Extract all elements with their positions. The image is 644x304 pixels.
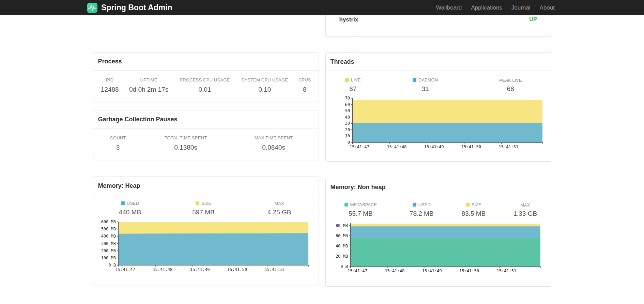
- threads-chart: 01020304050607015:41:4715:41:4815:41:491…: [326, 96, 551, 154]
- metric-label: CPUS: [298, 77, 312, 83]
- legend-label: MAX: [275, 201, 284, 207]
- process-metrics: PID 12488 UPTIME 0d 0h 2m 17s PROCESS CP…: [96, 77, 316, 94]
- svg-text:40 MB: 40 MB: [335, 244, 348, 248]
- legend-swatch-used: [413, 203, 416, 207]
- svg-text:0 B: 0 B: [340, 264, 348, 269]
- svg-text:15:41:47: 15:41:47: [348, 269, 367, 273]
- svg-text:15:41:51: 15:41:51: [499, 145, 518, 149]
- svg-text:50: 50: [345, 108, 350, 113]
- metric-cpus: CPUS 8: [294, 77, 316, 94]
- legend-swatch-live: [345, 78, 349, 82]
- brand-link[interactable]: Spring Boot Admin: [87, 3, 172, 13]
- svg-text:15:41:48: 15:41:48: [385, 269, 404, 273]
- gc-metrics: COUNT 3 TOTAL TIME SPENT 0.1380s MAX TIM…: [96, 135, 316, 152]
- svg-text:20 MB: 20 MB: [335, 254, 348, 259]
- legend-item-size: SIZE 597 MB: [167, 200, 240, 216]
- memory-nonheap-chart: 0 B20 MB40 MB60 MB80 MB15:41:4715:41:481…: [326, 221, 551, 278]
- memory-heap-legend: USED 440 MB SIZE 597 MB MAX 4.25 GB: [93, 200, 319, 216]
- svg-text:15:41:50: 15:41:50: [459, 269, 479, 273]
- top-navbar: Spring Boot Admin Wallboard Applications…: [0, 0, 644, 15]
- nav-link-about[interactable]: About: [540, 0, 555, 15]
- nav-link-applications[interactable]: Applications: [471, 0, 502, 15]
- right-column: hystrix UP Threads LIVE 67 DAEMON 31: [325, 15, 551, 287]
- memory-heap-panel-title: Memory: Heap: [93, 177, 319, 195]
- metric-system-cpu: SYSTEM CPU USAGE 0.10: [236, 77, 294, 94]
- gc-panel-title: Garbage Collection Pauses: [93, 110, 319, 128]
- svg-text:200 MB: 200 MB: [101, 248, 116, 253]
- legend-item-metaspace: METASPACE 55.7 MB: [326, 202, 396, 217]
- svg-text:60: 60: [345, 102, 350, 107]
- svg-text:80 MB: 80 MB: [335, 223, 348, 228]
- svg-text:15:41:48: 15:41:48: [153, 267, 172, 272]
- legend-value: 67: [326, 85, 381, 93]
- legend-item-live: LIVE 67: [326, 77, 381, 93]
- legend-swatch-metaspace: [344, 203, 348, 207]
- process-panel: Process PID 12488 UPTIME 0d 0h 2m 17s PR…: [93, 52, 319, 102]
- gc-pauses-panel: Garbage Collection Pauses COUNT 3 TOTAL …: [93, 110, 319, 160]
- legend-value: 83.5 MB: [448, 210, 500, 217]
- legend-item-size: SIZE 83.5 MB: [448, 202, 500, 217]
- metric-pid: PID 12488: [96, 77, 124, 94]
- memory-nonheap-panel: Memory: Non heap METASPACE 55.7 MB USED …: [325, 178, 551, 287]
- svg-text:15:41:48: 15:41:48: [387, 145, 407, 149]
- metric-value: 0.1380s: [144, 143, 227, 152]
- metric-label: UPTIME: [128, 77, 170, 83]
- metric-value: 3: [100, 143, 136, 152]
- svg-text:10: 10: [345, 134, 350, 138]
- svg-text:400 MB: 400 MB: [101, 234, 116, 239]
- navbar-links: Wallboard Applications Journal About: [436, 0, 557, 15]
- legend-swatch-size: [196, 201, 199, 205]
- legend-label: SIZE: [472, 202, 481, 208]
- metric-uptime: UPTIME 0d 0h 2m 17s: [124, 77, 174, 94]
- legend-item-used: USED 440 MB: [93, 200, 167, 216]
- metric-value: 8: [298, 86, 312, 94]
- memory-heap-panel: Memory: Heap USED 440 MB SIZE 597 MB MAX…: [93, 177, 319, 285]
- svg-text:300 MB: 300 MB: [101, 241, 116, 246]
- legend-value: 78.2 MB: [396, 210, 448, 217]
- svg-text:30: 30: [345, 121, 350, 126]
- navbar-inner: Spring Boot Admin Wallboard Applications…: [87, 0, 557, 15]
- nav-link-journal[interactable]: Journal: [511, 0, 531, 15]
- metric-label: SYSTEM CPU USAGE: [240, 77, 290, 83]
- metric-label: MAX TIME SPENT: [236, 135, 312, 141]
- metric-process-cpu: PROCESS CPU USAGE 0.01: [174, 77, 235, 94]
- legend-item-peak-live: PEAK LIVE 68: [470, 77, 551, 93]
- nav-link-wallboard[interactable]: Wallboard: [436, 0, 462, 15]
- metric-value: 12488: [100, 86, 120, 94]
- legend-item-max: MAX 1.33 GB: [500, 202, 551, 217]
- metric-value: 0.10: [240, 86, 290, 94]
- legend-value: 440 MB: [93, 209, 167, 216]
- threads-panel-body: LIVE 67 DAEMON 31 PEAK LIVE 68 010203040…: [326, 71, 551, 161]
- metric-value: 0.01: [178, 86, 231, 94]
- threads-legend: LIVE 67 DAEMON 31 PEAK LIVE 68: [326, 77, 551, 93]
- legend-item-used: USED 78.2 MB: [396, 202, 448, 217]
- legend-value: 1.33 GB: [500, 210, 551, 217]
- application-name-link[interactable]: hystrix: [339, 16, 358, 23]
- legend-label: SIZE: [201, 201, 211, 206]
- svg-text:600 MB: 600 MB: [101, 219, 116, 224]
- gc-panel-body: COUNT 3 TOTAL TIME SPENT 0.1380s MAX TIM…: [93, 128, 319, 160]
- legend-swatch-size: [466, 203, 470, 207]
- svg-text:15:41:47: 15:41:47: [116, 267, 135, 272]
- legend-value: 31: [380, 85, 470, 93]
- metric-label: PID: [100, 77, 120, 83]
- svg-text:15:41:51: 15:41:51: [264, 267, 284, 272]
- metric-label: COUNT: [100, 135, 136, 141]
- metric-label: TOTAL TIME SPENT: [144, 135, 227, 141]
- threads-panel-title: Threads: [326, 53, 551, 71]
- process-panel-title: Process: [93, 52, 319, 71]
- main-content: Process PID 12488 UPTIME 0d 0h 2m 17s PR…: [93, 15, 551, 287]
- threads-panel: Threads LIVE 67 DAEMON 31 PEAK LIVE 68: [325, 52, 551, 162]
- left-column: Process PID 12488 UPTIME 0d 0h 2m 17s PR…: [93, 15, 319, 285]
- svg-text:0: 0: [347, 140, 350, 145]
- application-row[interactable]: hystrix UP: [339, 16, 537, 27]
- metric-value: 0d 0h 2m 17s: [128, 86, 170, 94]
- brand-title: Spring Boot Admin: [101, 3, 172, 12]
- svg-text:15:41:50: 15:41:50: [461, 145, 481, 149]
- legend-label: METASPACE: [350, 202, 377, 208]
- metric-label: PROCESS CPU USAGE: [178, 77, 231, 83]
- svg-text:15:41:49: 15:41:49: [190, 267, 210, 272]
- svg-text:20: 20: [345, 127, 350, 132]
- memory-heap-panel-body: USED 440 MB SIZE 597 MB MAX 4.25 GB 0 B1…: [93, 195, 319, 285]
- legend-item-max: MAX 4.25 GB: [240, 200, 319, 216]
